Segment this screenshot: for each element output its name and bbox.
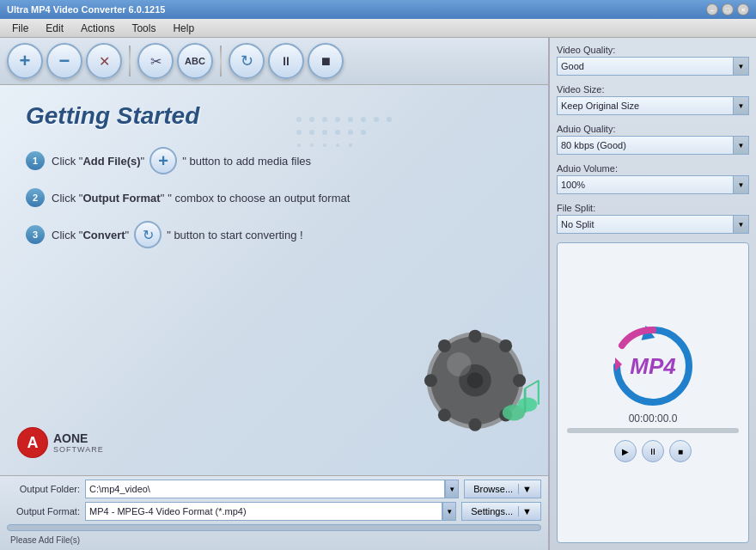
- svg-point-13: [361, 130, 366, 135]
- film-reel-decoration: [411, 312, 540, 441]
- menu-edit[interactable]: Edit: [37, 21, 72, 36]
- audio-volume-label: Aduio Volume:: [557, 163, 749, 174]
- svg-point-1: [309, 117, 314, 122]
- decorative-dots: [290, 111, 393, 180]
- convert-tool-button[interactable]: ↻: [229, 43, 265, 79]
- menu-help[interactable]: Help: [164, 21, 203, 36]
- output-folder-dropdown[interactable]: ▼: [445, 480, 459, 498]
- step-2-num: 2: [26, 188, 45, 207]
- svg-point-29: [438, 409, 451, 422]
- output-format-row: Output Format: ▼ Settings... ▼: [7, 502, 541, 521]
- preview-pause-button[interactable]: ⏸: [642, 440, 664, 462]
- remove-file-button[interactable]: −: [46, 43, 82, 79]
- audio-quality-group: Aduio Quality: ▼: [557, 124, 749, 158]
- menu-tools[interactable]: Tools: [123, 21, 164, 36]
- app-title: Ultra MP4 Video Converter 6.0.1215: [7, 4, 165, 15]
- video-quality-label: Video Quality:: [557, 45, 749, 55]
- step-3: 3 Click "Convert" ↻ " button to start co…: [26, 221, 522, 248]
- menu-bar: File Edit Actions Tools Help: [0, 19, 756, 38]
- step-3-num: 3: [26, 225, 45, 244]
- svg-point-7: [387, 117, 392, 122]
- abc-tool-button[interactable]: ABC: [177, 43, 213, 79]
- mp4-logo: MP4: [610, 323, 696, 409]
- time-display: 00:00:00.0: [629, 412, 678, 425]
- svg-point-33: [518, 397, 538, 412]
- status-bar: Please Add File(s): [7, 533, 541, 547]
- title-bar: Ultra MP4 Video Converter 6.0.1215 – □ ×: [0, 0, 756, 19]
- file-split-select[interactable]: [557, 215, 734, 234]
- settings-dropdown-arrow[interactable]: ▼: [518, 506, 532, 516]
- audio-quality-select[interactable]: [557, 136, 734, 155]
- cut-tool-button[interactable]: ✂: [137, 43, 174, 79]
- window-controls: – □ ×: [706, 3, 749, 15]
- audio-volume-select[interactable]: [557, 175, 734, 194]
- svg-text:A: A: [27, 434, 39, 451]
- file-split-select-container: ▼: [557, 215, 749, 234]
- step-1-icon: +: [149, 147, 177, 174]
- logo-icon: A: [17, 427, 48, 458]
- preview-stop-button[interactable]: ■: [669, 440, 692, 462]
- svg-point-9: [309, 130, 314, 135]
- browse-button[interactable]: Browse... ▼: [464, 480, 541, 498]
- step-2: 2 Click "Output Format" " combox to choo…: [26, 188, 522, 207]
- file-split-label: File Split:: [557, 203, 749, 213]
- step-1-num: 1: [26, 151, 45, 170]
- output-folder-input[interactable]: [85, 480, 445, 498]
- browse-dropdown-arrow[interactable]: ▼: [518, 484, 532, 494]
- svg-line-36: [525, 381, 539, 388]
- output-format-input-group: ▼: [85, 502, 456, 521]
- svg-point-26: [513, 374, 526, 387]
- video-quality-group: Video Quality: ▼: [557, 45, 749, 79]
- right-panel: Video Quality: ▼ Video Size: ▼ Aduio Qua…: [550, 38, 756, 550]
- step-1: 1 Click "Add File(s)" + " button to add …: [26, 147, 522, 174]
- svg-point-23: [469, 330, 482, 343]
- video-size-group: Video Size: ▼: [557, 84, 749, 119]
- file-split-dropdown[interactable]: ▼: [734, 215, 749, 234]
- video-quality-select-container: ▼: [557, 57, 749, 76]
- audio-quality-dropdown[interactable]: ▼: [734, 136, 749, 155]
- video-size-select-container: ▼: [557, 96, 749, 115]
- clear-button[interactable]: ✕: [86, 43, 122, 79]
- progress-bar: [7, 524, 541, 531]
- menu-actions[interactable]: Actions: [72, 21, 123, 36]
- pause-tool-button[interactable]: ⏸: [268, 43, 304, 79]
- add-files-button[interactable]: +: [7, 43, 43, 79]
- stop-tool-button[interactable]: ⏹: [308, 43, 344, 79]
- maximize-button[interactable]: □: [722, 3, 734, 15]
- output-format-input[interactable]: [85, 502, 442, 521]
- output-folder-label: Output Folder:: [7, 484, 80, 494]
- main-layout: + − ✕ ✂ ABC ↻ ⏸ ⏹ Getting Started: [0, 38, 756, 550]
- getting-started-title: Getting Started: [26, 102, 522, 130]
- output-format-dropdown[interactable]: ▼: [442, 502, 456, 521]
- company-logo: A AONE SOFTWARE: [17, 427, 104, 458]
- svg-point-3: [335, 117, 340, 122]
- svg-point-31: [447, 352, 471, 376]
- video-quality-select[interactable]: [557, 57, 734, 76]
- audio-quality-label: Aduio Quality:: [557, 124, 749, 134]
- logo-text-group: AONE SOFTWARE: [53, 431, 104, 455]
- preview-controls: ▶ ⏸ ■: [614, 440, 692, 462]
- output-folder-input-group: ▼: [85, 480, 459, 498]
- preview-progress-bar[interactable]: [567, 428, 739, 433]
- preview-play-button[interactable]: ▶: [614, 440, 637, 462]
- status-text: Please Add File(s): [10, 535, 80, 545]
- video-size-select[interactable]: [557, 96, 734, 115]
- output-format-label: Output Format:: [7, 506, 80, 516]
- minimize-button[interactable]: –: [706, 3, 718, 15]
- audio-volume-select-container: ▼: [557, 175, 749, 194]
- toolbar: + − ✕ ✂ ABC ↻ ⏸ ⏹: [0, 38, 548, 85]
- video-size-dropdown[interactable]: ▼: [734, 96, 749, 115]
- settings-button[interactable]: Settings... ▼: [461, 502, 541, 521]
- video-quality-dropdown[interactable]: ▼: [734, 57, 749, 76]
- svg-point-17: [336, 144, 339, 147]
- close-button-window[interactable]: ×: [737, 3, 749, 15]
- left-panel: + − ✕ ✂ ABC ↻ ⏸ ⏹ Getting Started: [0, 38, 550, 550]
- svg-point-10: [322, 130, 327, 135]
- svg-point-25: [424, 374, 437, 387]
- svg-point-16: [323, 144, 326, 147]
- menu-file[interactable]: File: [3, 21, 37, 36]
- svg-point-6: [374, 117, 379, 122]
- svg-point-18: [349, 144, 352, 147]
- svg-point-5: [361, 117, 366, 122]
- audio-volume-dropdown[interactable]: ▼: [734, 175, 749, 194]
